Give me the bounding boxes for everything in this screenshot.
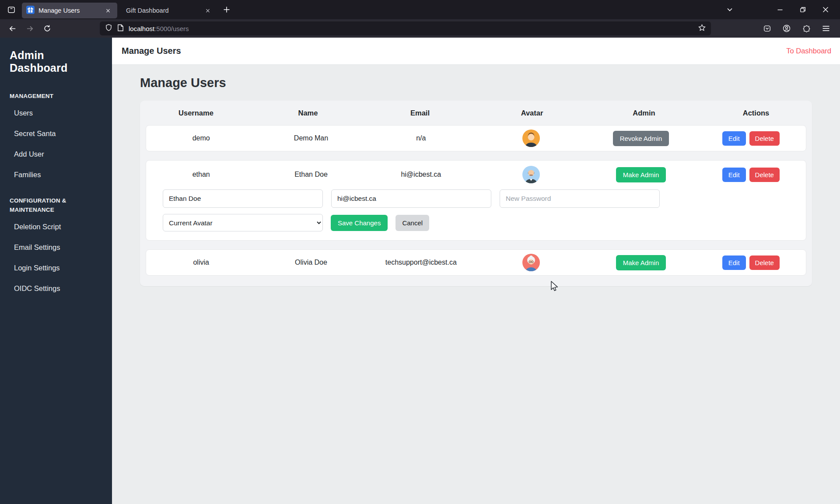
table-row: ethan Ethan Doe hi@icbest.ca xyxy=(146,160,806,241)
avatar-select[interactable]: Current Avatar xyxy=(163,214,323,231)
sidebar-item-oidc-settings[interactable]: OIDC Settings xyxy=(0,280,112,297)
tab-gift-dashboard[interactable]: Gift Dashboard xyxy=(122,3,217,18)
main-content: Manage Users Username Name Email Avatar … xyxy=(112,65,840,504)
gift-favicon-icon xyxy=(26,6,35,15)
avatar xyxy=(522,166,540,183)
edit-button[interactable]: Edit xyxy=(722,256,746,270)
sidebar-section-management: MANAGEMENT Users Secret Santa Add User F… xyxy=(0,92,112,183)
edit-email-input[interactable] xyxy=(331,189,491,208)
edit-user-form-actions: Current Avatar Save Changes Cancel xyxy=(146,214,806,240)
delete-button[interactable]: Delete xyxy=(749,256,780,270)
tab-close-icon[interactable] xyxy=(203,6,213,15)
tracking-protection-shield-icon[interactable] xyxy=(105,24,112,33)
sidebar-section-configuration: CONFIGURATION & MAINTENANCE Deletion Scr… xyxy=(0,196,112,297)
save-changes-button[interactable]: Save Changes xyxy=(331,215,388,231)
app-title: Admin Dashboard xyxy=(0,38,112,79)
menu-hamburger-icon[interactable] xyxy=(819,21,833,35)
tab-title: Gift Dashboard xyxy=(126,7,199,14)
cell-name: Demo Man xyxy=(256,134,366,142)
back-icon[interactable] xyxy=(5,21,19,35)
avatar xyxy=(522,130,540,147)
cell-email: techsupport@icbest.ca xyxy=(366,259,476,266)
new-tab-icon[interactable] xyxy=(220,3,234,17)
delete-button[interactable]: Delete xyxy=(749,131,780,146)
make-admin-button[interactable]: Make Admin xyxy=(616,255,666,270)
tab-close-icon[interactable] xyxy=(103,6,113,15)
window-restore-icon[interactable] xyxy=(794,2,811,17)
column-header-actions: Actions xyxy=(700,109,812,117)
cell-name: Olivia Doe xyxy=(256,259,366,266)
firefox-view-icon[interactable] xyxy=(4,3,18,17)
edit-user-form xyxy=(146,189,806,214)
edit-button[interactable]: Edit xyxy=(722,131,746,146)
tab-manage-users[interactable]: Manage Users xyxy=(22,3,117,18)
delete-button[interactable]: Delete xyxy=(749,168,780,182)
sidebar: Admin Dashboard MANAGEMENT Users Secret … xyxy=(0,38,112,504)
extensions-icon[interactable] xyxy=(799,21,813,35)
to-dashboard-link[interactable]: To Dashboard xyxy=(786,47,831,55)
column-header-admin: Admin xyxy=(588,109,700,117)
browser-toolbar: localhost:5000/users xyxy=(0,19,840,38)
table-row: demo Demo Man n/a Revoke Admin xyxy=(146,125,806,151)
page-info-icon[interactable] xyxy=(117,24,124,33)
cell-email: n/a xyxy=(366,134,476,142)
sidebar-item-users[interactable]: Users xyxy=(0,105,112,122)
sidebar-item-add-user[interactable]: Add User xyxy=(0,146,112,163)
revoke-admin-button[interactable]: Revoke Admin xyxy=(613,131,669,146)
sidebar-item-families[interactable]: Families xyxy=(0,166,112,183)
page-header: Manage Users To Dashboard xyxy=(112,38,840,65)
page-header-title: Manage Users xyxy=(122,46,181,56)
table-row: olivia Olivia Doe techsupport@icbest.ca xyxy=(146,249,806,276)
browser-tab-bar: Manage Users Gift Dashboard xyxy=(0,0,840,19)
edit-name-input[interactable] xyxy=(163,189,323,208)
list-all-tabs-icon[interactable] xyxy=(723,3,737,17)
section-label: CONFIGURATION & MAINTENANCE xyxy=(0,196,94,215)
tab-title: Manage Users xyxy=(38,7,99,14)
account-icon[interactable] xyxy=(780,21,794,35)
section-label: MANAGEMENT xyxy=(0,92,94,101)
new-password-input[interactable] xyxy=(500,189,660,208)
column-header-avatar: Avatar xyxy=(476,109,588,117)
column-header-name: Name xyxy=(252,109,364,117)
url-text: localhost:5000/users xyxy=(129,25,693,32)
page-title: Manage Users xyxy=(140,76,812,90)
make-admin-button[interactable]: Make Admin xyxy=(616,167,666,182)
bookmark-star-icon[interactable] xyxy=(698,24,706,33)
reload-icon[interactable] xyxy=(40,21,54,35)
pocket-icon[interactable] xyxy=(760,21,774,35)
url-bar[interactable]: localhost:5000/users xyxy=(100,21,711,35)
table-header-row: Username Name Email Avatar Admin Actions xyxy=(140,101,812,125)
window-minimize-icon[interactable] xyxy=(772,2,788,17)
forward-icon[interactable] xyxy=(23,21,37,35)
column-header-email: Email xyxy=(364,109,476,117)
sidebar-item-secret-santa[interactable]: Secret Santa xyxy=(0,125,112,142)
cell-username: olivia xyxy=(146,259,256,266)
cell-name: Ethan Doe xyxy=(256,171,366,178)
edit-button[interactable]: Edit xyxy=(722,168,746,182)
cell-username: demo xyxy=(146,134,256,142)
avatar xyxy=(522,254,540,271)
cancel-button[interactable]: Cancel xyxy=(396,215,429,231)
cell-email: hi@icbest.ca xyxy=(366,171,476,178)
column-header-username: Username xyxy=(140,109,252,117)
sidebar-item-login-settings[interactable]: Login Settings xyxy=(0,259,112,276)
window-close-icon[interactable] xyxy=(817,2,834,17)
cell-username: ethan xyxy=(146,171,256,178)
sidebar-item-email-settings[interactable]: Email Settings xyxy=(0,239,112,256)
sidebar-item-deletion-script[interactable]: Deletion Script xyxy=(0,218,112,235)
users-table: Username Name Email Avatar Admin Actions… xyxy=(140,101,812,286)
